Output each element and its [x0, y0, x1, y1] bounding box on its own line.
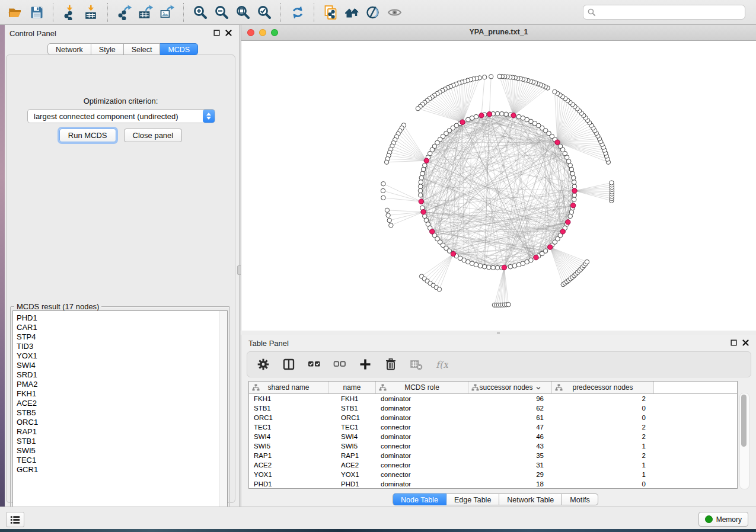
graph-node[interactable]	[483, 75, 487, 79]
graph-node[interactable]	[571, 175, 576, 180]
cell-predecessor-nodes[interactable]: 0	[552, 479, 654, 489]
cell-MCDS-role[interactable]: dominator	[376, 394, 468, 403]
zoom-in-icon[interactable]	[190, 2, 211, 23]
cell-successor-nodes[interactable]: 96	[468, 394, 552, 403]
cell-shared-name[interactable]: TEC1	[249, 422, 328, 432]
hide-all-columns-icon[interactable]	[332, 357, 347, 372]
cell-name[interactable]: STB1	[328, 403, 376, 413]
select-columns-icon[interactable]	[281, 357, 296, 372]
hide-visual-icon[interactable]	[363, 2, 384, 23]
graph-hub-node[interactable]	[424, 158, 429, 163]
cell-predecessor-nodes[interactable]: 0	[552, 403, 654, 413]
cell-shared-name[interactable]: STB1	[249, 403, 328, 413]
mcds-result-list[interactable]: PHD1CAR1STP4TID3YOX1SWI4SRD1PMA2FKH1ACE2…	[12, 310, 228, 525]
cell-name[interactable]: ACE2	[328, 460, 376, 470]
mcds-result-item[interactable]: PMA2	[17, 380, 219, 389]
graph-node[interactable]	[553, 89, 557, 94]
graph-node[interactable]	[508, 264, 513, 269]
cell-shared-name[interactable]: YOX1	[249, 470, 328, 479]
mcds-result-item[interactable]: SWI4	[17, 361, 219, 370]
export-network-icon[interactable]	[114, 2, 135, 23]
export-image-icon[interactable]	[157, 2, 178, 23]
graph-node[interactable]	[572, 180, 576, 185]
cell-successor-nodes[interactable]: 29	[468, 470, 552, 479]
graph-hub-node[interactable]	[566, 220, 570, 225]
tab-style[interactable]: Style	[91, 43, 124, 55]
graph-hub-node[interactable]	[572, 188, 577, 193]
zoom-selected-icon[interactable]	[254, 2, 275, 23]
show-all-columns-icon[interactable]	[307, 357, 322, 372]
graph-node[interactable]	[543, 249, 548, 254]
column-header-successor-nodes[interactable]: successor nodes	[468, 382, 552, 393]
graph-node[interactable]	[478, 264, 483, 268]
cell-predecessor-nodes[interactable]: 2	[552, 422, 654, 432]
graph-node[interactable]	[495, 111, 500, 116]
close-panel-icon[interactable]	[742, 339, 749, 346]
mcds-result-item[interactable]: FKH1	[17, 389, 219, 399]
cell-MCDS-role[interactable]: dominator	[376, 432, 468, 441]
graph-node[interactable]	[569, 210, 574, 214]
graph-node[interactable]	[381, 196, 385, 200]
mcds-result-item[interactable]: YOX1	[17, 351, 219, 361]
cell-MCDS-role[interactable]: dominator	[376, 413, 468, 422]
run-mcds-button[interactable]: Run MCDS	[59, 129, 116, 142]
tab-network-table[interactable]: Network Table	[499, 493, 562, 505]
delete-column-icon[interactable]	[383, 357, 398, 372]
graph-node[interactable]	[516, 114, 521, 119]
graph-node[interactable]	[489, 75, 493, 79]
table-row[interactable]: FKH1FKH1dominator962	[249, 394, 737, 403]
cell-predecessor-nodes[interactable]: 1	[552, 470, 654, 479]
cell-MCDS-role[interactable]: connector	[376, 470, 468, 479]
cell-predecessor-nodes[interactable]: 1	[552, 460, 654, 470]
mcds-result-item[interactable]: STP4	[17, 332, 219, 342]
table-row[interactable]: YOX1YOX1connector291	[249, 470, 737, 479]
add-column-icon[interactable]	[358, 357, 373, 372]
search-input[interactable]	[596, 7, 745, 18]
graph-node[interactable]	[572, 197, 576, 202]
graph-node[interactable]	[381, 182, 385, 186]
cell-name[interactable]: FKH1	[328, 394, 376, 403]
graph-node[interactable]	[385, 208, 389, 212]
import-network-icon[interactable]	[59, 2, 81, 23]
table-row[interactable]: ACE2ACE2connector311	[249, 460, 737, 470]
graph-node[interactable]	[495, 265, 500, 270]
cell-shared-name[interactable]: ACE2	[249, 460, 328, 470]
graph-hub-node[interactable]	[560, 229, 565, 234]
mcds-result-item[interactable]: STB5	[17, 408, 219, 418]
list-scrollbar[interactable]	[219, 311, 227, 525]
table-scrollbar-thumb[interactable]	[741, 395, 747, 447]
graph-hub-node[interactable]	[451, 251, 455, 256]
mcds-result-item[interactable]: STB1	[17, 437, 219, 446]
graph-hub-node[interactable]	[487, 112, 492, 117]
apply-layout-icon[interactable]	[287, 2, 308, 23]
close-panel-button[interactable]: Close panel	[124, 129, 183, 142]
mcds-result-item[interactable]: ORC1	[17, 418, 219, 427]
cell-name[interactable]: RAP1	[328, 451, 376, 460]
function-builder-icon[interactable]: f(x)	[434, 357, 449, 372]
graph-node[interactable]	[497, 74, 502, 78]
graph-node[interactable]	[487, 265, 492, 270]
graph-hub-node[interactable]	[511, 113, 516, 118]
graph-node[interactable]	[437, 287, 441, 291]
tab-network[interactable]: Network	[47, 43, 91, 55]
panel-menu-button[interactable]	[6, 512, 24, 527]
delete-table-icon[interactable]	[409, 357, 424, 372]
cell-successor-nodes[interactable]: 35	[468, 451, 552, 460]
graph-node[interactable]	[500, 111, 505, 116]
table-row[interactable]: PHD1PHD1dominator180	[249, 479, 737, 489]
show-visual-icon[interactable]	[384, 2, 406, 23]
close-panel-icon[interactable]	[225, 30, 232, 36]
cell-name[interactable]: TEC1	[328, 422, 376, 432]
clone-network-icon[interactable]	[320, 2, 342, 23]
graph-node[interactable]	[418, 188, 423, 193]
float-panel-icon[interactable]	[213, 30, 220, 36]
graph-hub-node[interactable]	[430, 229, 435, 234]
optimization-criterion-select[interactable]: largest connected component (undirected)	[27, 109, 215, 123]
graph-node[interactable]	[419, 180, 423, 185]
graph-node[interactable]	[585, 259, 589, 264]
save-session-icon[interactable]	[26, 2, 47, 23]
graph-hub-node[interactable]	[460, 120, 465, 124]
graph-node[interactable]	[419, 175, 424, 180]
cell-successor-nodes[interactable]: 47	[468, 422, 552, 432]
mcds-result-item[interactable]: SRD1	[17, 370, 219, 380]
